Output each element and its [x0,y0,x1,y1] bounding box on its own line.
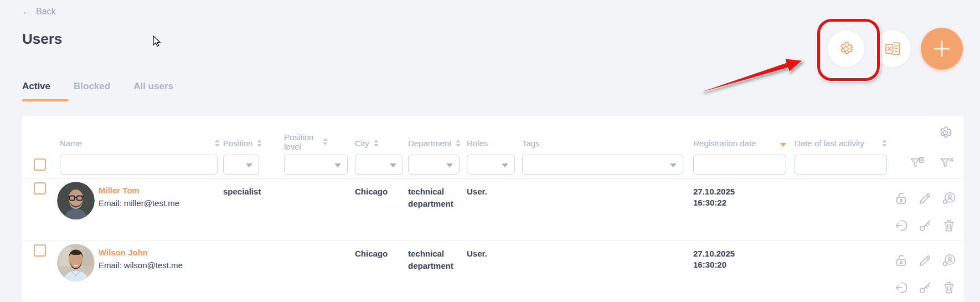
tab-blocked[interactable]: Blocked [74,81,110,92]
column-header-position[interactable]: Position [223,116,262,148]
column-header-department[interactable]: Department [408,116,461,148]
sort-both-icon [374,140,379,147]
users-table: Name Position Position level City Depart… [22,116,964,302]
cell-roles: User. [467,248,487,260]
cell-registration-time: 16:30:22 [693,198,726,207]
cell-position: specialist [223,186,261,198]
row-checkbox[interactable] [34,244,46,257]
tab-active[interactable]: Active [22,81,50,92]
name-filter-input[interactable] [60,155,218,175]
sort-desc-icon [780,143,786,147]
cell-registration-time: 16:30:20 [693,260,726,269]
sort-both-icon [257,140,262,147]
avatar [57,182,95,219]
table-row: Miller Tom Email: miller@test.me special… [22,178,964,241]
logout-icon[interactable] [894,280,909,295]
active-tab-underline [22,99,69,101]
row-checkbox[interactable] [34,182,46,194]
table-row: Wilson John Email: wilson@test.me Chicag… [22,240,964,302]
cell-registration-date: 27.10.2025 [693,186,735,198]
tab-divider [22,101,964,101]
tab-all-users[interactable]: All users [133,81,173,92]
lock-open-icon[interactable] [894,253,909,268]
column-header-roles: Roles [467,116,488,148]
trash-icon[interactable] [942,218,956,233]
back-arrow-icon: ← [22,7,31,17]
tab-bar: Active Blocked All users [22,81,173,92]
page-title: Users [22,30,62,48]
back-label: Back [36,7,56,17]
back-link[interactable]: ← Back [22,7,56,17]
funnel-list-icon[interactable] [910,156,925,171]
sort-both-icon [323,138,328,145]
tags-filter-select[interactable] [522,155,683,175]
position-level-filter-select[interactable] [284,155,348,175]
lock-open-icon[interactable] [894,191,909,206]
key-icon[interactable] [918,280,932,295]
cell-city: Chicago [355,186,388,198]
annotation-arrow [697,54,807,99]
users-page: ← Back Users [0,0,980,302]
last-activity-filter-input[interactable] [795,155,887,175]
department-filter-select[interactable] [408,155,460,175]
column-header-name[interactable]: Name [60,116,220,148]
excel-export-icon [884,40,901,57]
column-header-tags: Tags [522,116,540,148]
annotation-highlight-rect [817,19,880,81]
cell-registration-date: 27.10.2025 [693,248,735,260]
user-name-link[interactable]: Wilson John [99,248,148,257]
logout-icon[interactable] [894,218,909,233]
cell-department: technical department [408,248,463,272]
trash-icon[interactable] [942,280,956,295]
sort-both-icon [456,140,461,147]
cell-department: technical department [408,186,463,210]
plus-icon [932,39,951,58]
avatar [57,244,95,281]
select-all-checkbox[interactable] [34,158,46,171]
key-icon[interactable] [918,218,932,233]
user-email: Email: wilson@test.me [99,260,183,270]
edit-pencil-icon[interactable] [918,253,932,268]
city-filter-select[interactable] [355,155,403,175]
edit-pencil-icon[interactable] [918,191,932,206]
roles-filter-select[interactable] [467,155,515,175]
user-role-icon[interactable] [942,253,956,268]
position-filter-select[interactable] [223,155,259,175]
column-header-registration-date[interactable]: Registration date [693,116,786,148]
column-header-city[interactable]: City [355,116,379,148]
funnel-clear-icon[interactable] [940,156,955,171]
user-email: Email: miller@test.me [99,198,179,208]
table-columns-gear-icon[interactable] [938,125,953,140]
column-header-position-level[interactable]: Position level [284,116,328,158]
sort-both-icon [215,140,220,147]
registration-date-filter-input[interactable] [693,155,786,175]
mouse-cursor [153,35,162,48]
cell-city: Chicago [355,248,388,260]
cell-roles: User. [467,186,487,198]
user-role-icon[interactable] [942,191,956,206]
column-header-last-activity[interactable]: Date of last activity [795,116,887,148]
sort-both-icon [882,140,887,147]
add-user-button[interactable] [921,28,963,70]
user-name-link[interactable]: Miller Tom [99,186,140,195]
